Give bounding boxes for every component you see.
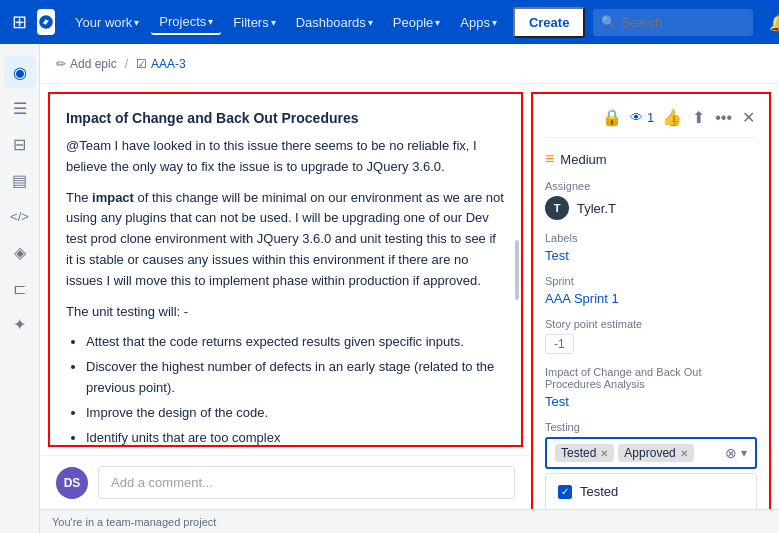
story-point-value: -1 xyxy=(545,334,574,354)
more-icon[interactable]: ••• xyxy=(713,107,734,129)
clear-icon[interactable]: ⊗ xyxy=(725,445,737,461)
nav-action-icons: 🔔 ? ⚙ xyxy=(765,9,779,36)
chevron-down-icon[interactable]: ▾ xyxy=(741,446,747,460)
top-navigation: ⊞ Your work ▾ Projects ▾ Filters ▾ Dashb… xyxy=(0,0,779,44)
priority-value: Medium xyxy=(560,152,606,167)
watchers-count: 👁 1 xyxy=(630,110,654,125)
bottom-status-bar: You're in a team-managed project xyxy=(40,509,779,533)
sidebar-icon-code[interactable]: </> xyxy=(4,200,36,232)
body-para-3: The unit testing will: - xyxy=(66,302,505,323)
chevron-down-icon: ▾ xyxy=(435,17,440,28)
impact-label: Impact of Change and Back Out Procedures… xyxy=(545,366,757,390)
grid-icon[interactable]: ⊞ xyxy=(12,11,27,33)
sidebar-icon-reports[interactable]: ⊏ xyxy=(4,272,36,304)
body-para-1: @Team I have looked in to this issue the… xyxy=(66,136,505,178)
testing-tag-approved: Approved ✕ xyxy=(618,444,693,462)
tag-approved-label: Approved xyxy=(624,446,675,460)
content-split: Impact of Change and Back Out Procedures… xyxy=(40,84,779,533)
sidebar-icon-board[interactable]: ☰ xyxy=(4,92,36,124)
assignee-row: T Tyler.T xyxy=(545,196,757,220)
assignee-avatar: T xyxy=(545,196,569,220)
chevron-down-icon: ▾ xyxy=(208,16,213,27)
search-wrapper: 🔍 xyxy=(593,9,753,36)
bullet-4: Identify units that are too complex xyxy=(86,428,505,447)
check-icon: ✓ xyxy=(561,486,569,497)
sidebar-icon-components[interactable]: ◈ xyxy=(4,236,36,268)
thumbsup-icon[interactable]: 👍 xyxy=(660,106,684,129)
checkbox-tested-box: ✓ xyxy=(558,485,572,499)
issue-title: Impact of Change and Back Out Procedures xyxy=(66,110,505,126)
story-point-field: Story point estimate -1 xyxy=(545,318,757,354)
breadcrumb: ✏ Add epic / ☑ AAA-3 xyxy=(40,44,779,84)
nav-your-work[interactable]: Your work ▾ xyxy=(67,11,147,34)
bullet-list: Attest that the code returns expected re… xyxy=(66,332,505,447)
labels-label: Labels xyxy=(545,232,757,244)
testing-label: Testing xyxy=(545,421,757,433)
notifications-icon[interactable]: 🔔 xyxy=(765,9,779,36)
nav-dashboards[interactable]: Dashboards ▾ xyxy=(288,11,381,34)
bottom-status-text: You're in a team-managed project xyxy=(52,516,216,528)
issue-icon: ☑ xyxy=(136,57,147,71)
sidebar-icon-backlog[interactable]: ⊟ xyxy=(4,128,36,160)
remove-tested-icon[interactable]: ✕ xyxy=(600,448,608,459)
issue-right-panel: 🔒 👁 1 👍 ⬆ ••• ✕ ≡ Medium Assignee xyxy=(531,92,771,525)
testing-dropdown[interactable]: Tested ✕ Approved ✕ ⊗ ▾ xyxy=(545,437,757,469)
share-icon[interactable]: ⬆ xyxy=(690,106,707,129)
dropdown-actions: ⊗ ▾ xyxy=(725,445,747,461)
search-input[interactable] xyxy=(593,9,753,36)
priority-label: ≡ Medium xyxy=(545,150,757,168)
left-sidebar: ◉ ☰ ⊟ ▤ </> ◈ ⊏ ✦ xyxy=(0,44,40,533)
labels-value[interactable]: Test xyxy=(545,248,569,263)
sidebar-icon-list[interactable]: ▤ xyxy=(4,164,36,196)
lock-icon[interactable]: 🔒 xyxy=(600,106,624,129)
sprint-field: Sprint AAA Sprint 1 xyxy=(545,275,757,306)
sprint-value[interactable]: AAA Sprint 1 xyxy=(545,291,619,306)
nav-people[interactable]: People ▾ xyxy=(385,11,448,34)
chevron-down-icon: ▾ xyxy=(134,17,139,28)
chevron-down-icon: ▾ xyxy=(271,17,276,28)
checkbox-tested[interactable]: ✓ Tested xyxy=(546,478,756,505)
impact-value[interactable]: Test xyxy=(545,394,569,409)
chevron-down-icon: ▾ xyxy=(492,17,497,28)
create-button[interactable]: Create xyxy=(513,7,585,38)
tag-tested-label: Tested xyxy=(561,446,596,460)
breadcrumb-pencil-icon[interactable]: ✏ Add epic xyxy=(56,57,117,71)
assignee-field: Assignee T Tyler.T xyxy=(545,180,757,220)
sidebar-icon-settings2[interactable]: ✦ xyxy=(4,308,36,340)
story-point-label: Story point estimate xyxy=(545,318,757,330)
checkbox-tested-label: Tested xyxy=(580,484,618,499)
bullet-1: Attest that the code returns expected re… xyxy=(86,332,505,353)
main-area: ✏ Add epic / ☑ AAA-3 Impact of Change an… xyxy=(40,44,779,533)
priority-field: ≡ Medium xyxy=(545,150,757,168)
sprint-label: Sprint xyxy=(545,275,757,287)
close-icon[interactable]: ✕ xyxy=(740,106,757,129)
testing-tag-tested: Tested ✕ xyxy=(555,444,614,462)
impact-field: Impact of Change and Back Out Procedures… xyxy=(545,366,757,409)
nav-apps[interactable]: Apps ▾ xyxy=(452,11,505,34)
remove-approved-icon[interactable]: ✕ xyxy=(680,448,688,459)
priority-icon: ≡ xyxy=(545,150,554,168)
issue-body: @Team I have looked in to this issue the… xyxy=(66,136,505,447)
comment-input[interactable]: Add a comment... xyxy=(98,466,515,499)
comment-bar: DS Add a comment... xyxy=(40,455,531,509)
edit-icon: ✏ xyxy=(56,57,66,71)
assignee-name: Tyler.T xyxy=(577,201,616,216)
nav-projects[interactable]: Projects ▾ xyxy=(151,10,221,35)
body-para-2: The impact of this change will be minima… xyxy=(66,188,505,292)
sidebar-icon-home[interactable]: ◉ xyxy=(4,56,36,88)
labels-field: Labels Test xyxy=(545,232,757,263)
eye-icon: 👁 xyxy=(630,110,643,125)
bullet-2: Discover the highest number of defects i… xyxy=(86,357,505,399)
assignee-label: Assignee xyxy=(545,180,757,192)
chevron-down-icon: ▾ xyxy=(368,17,373,28)
breadcrumb-issue[interactable]: ☑ AAA-3 xyxy=(136,57,186,71)
right-panel-header: 🔒 👁 1 👍 ⬆ ••• ✕ xyxy=(545,106,757,138)
breadcrumb-separator: / xyxy=(125,57,128,71)
bullet-3: Improve the design of the code. xyxy=(86,403,505,424)
commenter-avatar: DS xyxy=(56,467,88,499)
issue-description-panel: Impact of Change and Back Out Procedures… xyxy=(48,92,523,447)
logo[interactable] xyxy=(37,9,55,35)
nav-filters[interactable]: Filters ▾ xyxy=(225,11,283,34)
